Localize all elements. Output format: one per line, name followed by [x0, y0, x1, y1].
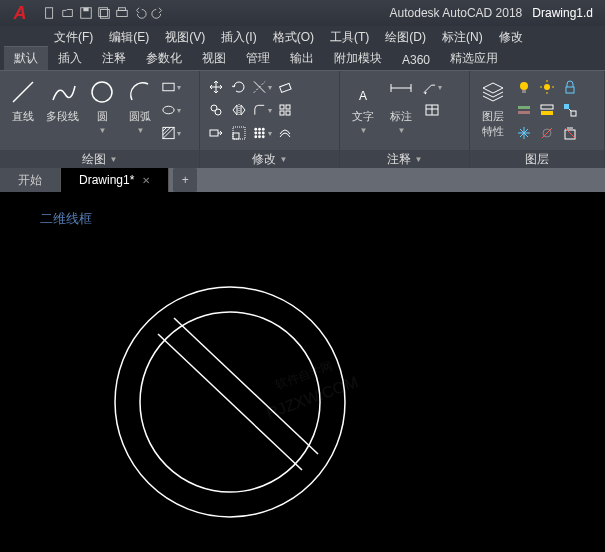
stretch-icon[interactable]	[206, 123, 226, 143]
ribbon-tab-view[interactable]: 视图	[192, 47, 236, 70]
sun-icon[interactable]	[537, 77, 557, 97]
redo-icon[interactable]	[150, 5, 166, 21]
ribbon-tab-parametric[interactable]: 参数化	[136, 47, 192, 70]
ribbon-tab-a360[interactable]: A360	[392, 50, 440, 70]
rotate-icon[interactable]	[229, 77, 249, 97]
layer-freeze-icon[interactable]	[514, 123, 534, 143]
panel-layer-title[interactable]: 图层	[470, 150, 604, 168]
svg-rect-56	[564, 104, 569, 109]
ellipse-icon[interactable]: ▾	[161, 100, 181, 120]
svg-rect-52	[518, 106, 530, 109]
new-icon[interactable]	[42, 5, 58, 21]
app-name: Autodesk AutoCAD 2018	[390, 6, 523, 20]
layer-delete-icon[interactable]	[560, 123, 580, 143]
scale-icon[interactable]	[229, 123, 249, 143]
tool-arc-label: 圆弧	[129, 109, 151, 124]
viewport-style-label[interactable]: 二维线框	[40, 210, 92, 228]
mirror-icon[interactable]	[229, 100, 249, 120]
move-icon[interactable]	[206, 77, 226, 97]
menu-format[interactable]: 格式(O)	[265, 26, 322, 48]
tool-dimension[interactable]: 标注▼	[384, 75, 418, 150]
menu-dim[interactable]: 标注(N)	[434, 26, 491, 48]
ribbon-tab-featured[interactable]: 精选应用	[440, 47, 508, 70]
menu-view[interactable]: 视图(V)	[157, 26, 213, 48]
layer-match-icon[interactable]	[560, 100, 580, 120]
svg-rect-26	[233, 133, 239, 139]
trim-icon[interactable]: ▾	[252, 77, 272, 97]
svg-rect-5	[117, 10, 128, 16]
svg-point-46	[544, 84, 550, 90]
tool-text-label: 文字	[352, 109, 374, 124]
doc-tab-drawing1[interactable]: Drawing1*✕	[61, 168, 169, 192]
tool-text[interactable]: A 文字▼	[346, 75, 380, 150]
doc-tab-start[interactable]: 开始	[0, 168, 61, 192]
ribbon-tab-default[interactable]: 默认	[4, 46, 48, 70]
save-icon[interactable]	[78, 5, 94, 21]
ribbon-tab-addins[interactable]: 附加模块	[324, 47, 392, 70]
ribbon-tabs: 默认 插入 注释 参数化 视图 管理 输出 附加模块 A360 精选应用	[0, 48, 605, 70]
tool-arc[interactable]: 圆弧▼	[123, 75, 157, 150]
app-logo[interactable]: A	[4, 2, 36, 24]
tool-layer-properties[interactable]: 图层 特性	[476, 75, 510, 150]
ribbon-tab-output[interactable]: 输出	[280, 47, 324, 70]
svg-line-13	[163, 127, 171, 135]
saveas-icon[interactable]	[96, 5, 112, 21]
svg-line-12	[163, 127, 167, 131]
table-icon[interactable]	[422, 100, 442, 120]
svg-point-30	[262, 128, 265, 131]
panel-modify: ▾ ▾ ▾ 修改▼	[200, 71, 340, 168]
layer-off-icon[interactable]	[537, 123, 557, 143]
arc-icon	[125, 77, 155, 107]
leader-icon[interactable]: ▾	[422, 77, 442, 97]
offset-icon[interactable]	[275, 123, 295, 143]
rect-icon[interactable]: ▾	[161, 77, 181, 97]
array-icon[interactable]: ▾	[252, 123, 272, 143]
tool-circle[interactable]: 圆▼	[85, 75, 119, 150]
tool-line[interactable]: 直线	[6, 75, 40, 150]
menu-tools[interactable]: 工具(T)	[322, 26, 377, 48]
svg-rect-24	[286, 111, 290, 115]
panel-draw: 直线 多段线 圆▼ 圆弧▼ ▾ ▾	[0, 71, 200, 168]
open-icon[interactable]	[60, 5, 76, 21]
drawing-content	[70, 252, 390, 552]
svg-rect-2	[83, 8, 88, 12]
tool-line-label: 直线	[12, 109, 34, 124]
lock-icon[interactable]	[560, 77, 580, 97]
plot-icon[interactable]	[114, 5, 130, 21]
close-icon[interactable]: ✕	[142, 175, 150, 186]
dimension-icon	[386, 77, 416, 107]
svg-rect-22	[286, 105, 290, 109]
svg-point-10	[163, 106, 174, 114]
line-icon	[8, 77, 38, 107]
menu-modify[interactable]: 修改	[491, 26, 531, 48]
ribbon-tab-annotate[interactable]: 注释	[92, 47, 136, 70]
svg-rect-21	[280, 105, 284, 109]
svg-point-28	[254, 128, 257, 131]
new-tab-button[interactable]: +	[173, 168, 197, 192]
ribbon-tab-insert[interactable]: 插入	[48, 47, 92, 70]
undo-icon[interactable]	[132, 5, 148, 21]
menu-draw[interactable]: 绘图(D)	[377, 26, 434, 48]
copy-icon[interactable]	[206, 100, 226, 120]
svg-rect-53	[518, 111, 530, 114]
quick-access-toolbar	[42, 5, 166, 21]
fillet-icon[interactable]: ▾	[252, 100, 272, 120]
svg-line-66	[174, 318, 318, 454]
panel-modify-title[interactable]: 修改▼	[200, 150, 339, 168]
drawing-canvas[interactable]: 二维线框 软件自学网 RJZXW.COM	[0, 192, 605, 552]
explode-icon[interactable]	[275, 100, 295, 120]
svg-point-36	[262, 135, 265, 138]
panel-annotate-title[interactable]: 注释▼	[340, 150, 469, 168]
tool-polyline[interactable]: 多段线	[44, 75, 81, 150]
ribbon-tab-manage[interactable]: 管理	[236, 47, 280, 70]
menu-edit[interactable]: 编辑(E)	[101, 26, 157, 48]
hatch-icon[interactable]: ▾	[161, 123, 181, 143]
bulb-icon[interactable]	[514, 77, 534, 97]
menu-file[interactable]: 文件(F)	[46, 26, 101, 48]
layer-state-icon[interactable]	[514, 100, 534, 120]
panel-draw-title[interactable]: 绘图▼	[0, 150, 199, 168]
erase-icon[interactable]	[275, 77, 295, 97]
layer-iso-icon[interactable]	[537, 100, 557, 120]
menu-insert[interactable]: 插入(I)	[213, 26, 264, 48]
svg-point-32	[258, 132, 261, 135]
